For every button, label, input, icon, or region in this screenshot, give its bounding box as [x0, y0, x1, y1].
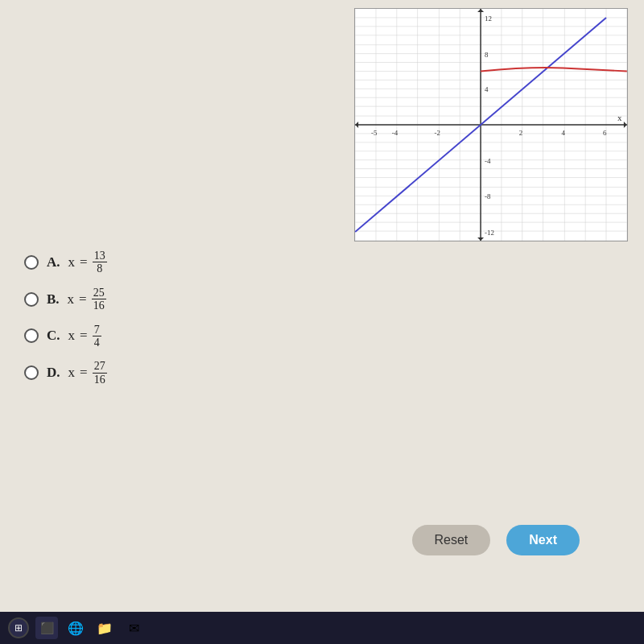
answer-choice-b[interactable]: B. x = 25 16	[24, 287, 107, 312]
label-c: C.	[47, 328, 60, 344]
answer-choice-c[interactable]: C. x = 7 4	[24, 324, 107, 349]
numerator-a: 13	[93, 250, 107, 262]
var-d: x	[68, 365, 76, 381]
answer-choice-a[interactable]: A. x = 13 8	[24, 250, 107, 275]
coordinate-graph: x -5 -4 -2 2 4 6 12 8 4 -4 -8 -12	[355, 9, 627, 241]
svg-text:-5: -5	[371, 129, 378, 137]
svg-text:2: 2	[519, 129, 522, 137]
denominator-d: 16	[93, 374, 107, 386]
fraction-d: 27 16	[93, 360, 107, 386]
fraction-c: 7 4	[93, 324, 101, 349]
graph-container: x -5 -4 -2 2 4 6 12 8 4 -4 -8 -12	[354, 8, 628, 242]
numerator-d: 27	[93, 360, 107, 373]
label-a: A.	[47, 254, 60, 270]
taskbar-mail[interactable]: ✉	[122, 617, 145, 639]
equals-b: =	[79, 291, 87, 308]
start-button[interactable]: ⊞	[8, 617, 29, 638]
fraction-a: 13 8	[93, 250, 107, 275]
radio-b[interactable]	[24, 292, 39, 307]
numerator-b: 25	[92, 287, 106, 299]
taskbar-search[interactable]: ⬛	[35, 617, 58, 639]
label-b: B.	[47, 291, 60, 308]
numerator-c: 7	[93, 324, 101, 336]
eq-c: x = 7 4	[68, 324, 101, 349]
radio-a[interactable]	[24, 255, 39, 270]
radio-c[interactable]	[24, 328, 39, 343]
page-background: x -5 -4 -2 2 4 6 12 8 4 -4 -8 -12	[0, 0, 644, 644]
taskbar: ⊞ ⬛ 🌐 📁 ✉	[0, 612, 644, 644]
content-area: x -5 -4 -2 2 4 6 12 8 4 -4 -8 -12	[0, 0, 644, 612]
eq-b: x = 25 16	[68, 287, 106, 312]
svg-text:x: x	[617, 113, 622, 122]
svg-text:-12: -12	[485, 229, 494, 237]
var-b: x	[68, 291, 75, 308]
svg-text:12: 12	[485, 14, 492, 23]
svg-text:-8: -8	[485, 192, 491, 200]
fraction-b: 25 16	[92, 287, 106, 312]
next-button[interactable]: Next	[506, 525, 580, 555]
buttons-area: Reset Next	[412, 525, 580, 555]
taskbar-folder[interactable]: 📁	[93, 617, 116, 639]
eq-d: x = 27 16	[68, 360, 107, 386]
var-a: x	[68, 254, 76, 270]
equals-d: =	[80, 365, 88, 381]
svg-text:-4: -4	[392, 129, 398, 137]
svg-text:-4: -4	[485, 157, 491, 165]
reset-button[interactable]: Reset	[412, 525, 491, 555]
taskbar-edge[interactable]: 🌐	[64, 617, 87, 639]
denominator-c: 4	[93, 336, 101, 349]
radio-d[interactable]	[24, 365, 39, 380]
svg-text:8: 8	[485, 51, 489, 59]
eq-a: x = 13 8	[68, 250, 107, 275]
svg-text:4: 4	[561, 129, 565, 137]
svg-text:-2: -2	[434, 129, 440, 137]
var-c: x	[68, 328, 76, 344]
denominator-b: 16	[92, 299, 106, 312]
label-d: D.	[47, 365, 60, 381]
svg-text:6: 6	[603, 129, 607, 137]
equals-c: =	[80, 328, 88, 344]
denominator-a: 8	[95, 262, 104, 275]
svg-text:4: 4	[485, 85, 489, 93]
answers-area: A. x = 13 8 B. x = 25	[24, 250, 107, 386]
equals-a: =	[80, 254, 88, 270]
answer-choice-d[interactable]: D. x = 27 16	[24, 360, 107, 386]
